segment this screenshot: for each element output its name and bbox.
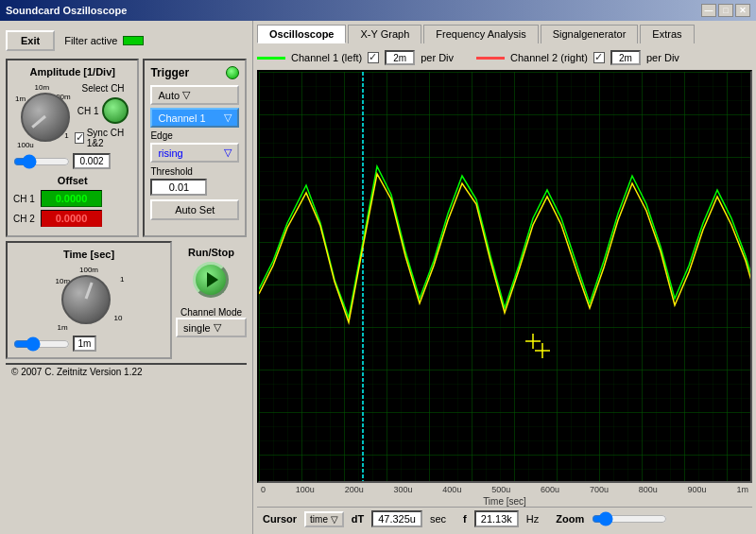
amp-slider-value: 0.002 [73,153,111,169]
amp-label-1: 1 [64,131,68,140]
time-slider[interactable] [13,337,70,351]
tab-frequency-analysis[interactable]: Frequency Analysis [423,25,538,43]
amp-label-100u: 100u [17,141,34,149]
time-knob-area: 100m 1 10 1m 10m [54,266,125,332]
ch2-per-div-label: per Div [646,52,679,63]
left-panel: Exit Filter active Amplitude [1/Div] 10m… [0,21,253,534]
title-bar: Soundcard Oszilloscope — □ ✕ [0,0,756,21]
exit-button[interactable]: Exit [6,30,55,51]
ch1-display-check[interactable] [368,52,379,63]
run-stop-section: Run/Stop [188,247,234,298]
dt-label: dT [352,513,364,525]
ch2-offset-row: CH 2 0.0000 [13,210,131,227]
cursor-type-dropdown[interactable]: time ▽ [304,511,344,527]
window-controls: — □ ✕ [701,4,750,17]
ch1-per-div-label: per Div [421,52,454,63]
trigger-led [226,66,239,79]
time-label-1: 1 [120,275,124,284]
xaxis-100u: 100u [296,485,315,494]
scope-grid-svg [259,72,750,481]
cursor-type-value: time [310,514,328,525]
minimize-button[interactable]: — [701,4,716,17]
tab-extras[interactable]: Extras [640,25,694,43]
copyright: © 2007 C. Zeitnitz Version 1.22 [6,363,247,379]
run-stop-button[interactable] [193,262,229,298]
zoom-label: Zoom [556,513,584,525]
tab-signalgenerator[interactable]: Signalgenerator [541,25,639,43]
channel-mode-dropdown[interactable]: single ▽ [176,318,247,337]
time-runstop-row: Time [sec] 100m 1 10 1m 10m 1m [6,241,247,359]
trigger-edge-button[interactable]: rising ▽ [150,143,239,163]
middle-section: Amplitude [1/Div] 10m 100m 1 100u 1m [6,59,247,237]
edge-label: Edge [150,130,239,141]
f-value: 21.13k [474,510,519,527]
trigger-channel-label: Channel 1 [158,112,205,124]
channel-controls: Channel 1 (left) per Div Channel 2 (righ… [257,47,752,68]
ch1-knob[interactable] [102,97,129,124]
trigger-header: Trigger [150,66,239,79]
time-knob[interactable] [61,275,111,324]
copyright-text: © 2007 C. Zeitnitz Version 1.22 [11,367,143,377]
channel-mode-arrow: ▽ [214,321,221,334]
ch1-offset-input[interactable]: 0.0000 [41,190,102,207]
tab-xy-graph[interactable]: X-Y Graph [348,25,421,43]
xaxis-600u: 600u [541,485,559,494]
trigger-channel-button[interactable]: Channel 1 ▽ [150,108,239,128]
offset-title: Offset [13,175,131,186]
close-button[interactable]: ✕ [735,4,750,17]
amplitude-knob[interactable] [21,93,70,142]
zoom-slider[interactable] [592,512,667,525]
amplitude-knob-area: 10m 100m 1 100u 1m [13,83,71,149]
auto-set-button[interactable]: Auto Set [150,199,239,220]
ch2-offset-input[interactable]: 0.0000 [41,210,102,227]
app-title: Soundcard Oszilloscope [6,5,127,16]
xaxis-400u: 400u [442,485,461,494]
ch2-display-label: Channel 2 (right) [510,52,588,63]
play-icon [207,272,218,287]
x-axis-labels: 0 100u 200u 300u 400u 500u 600u 700u 800… [257,483,752,496]
right-panel: Oscilloscope X-Y Graph Frequency Analysi… [253,21,756,534]
filter-led [123,36,144,45]
threshold-input[interactable] [150,179,207,196]
x-axis-title: Time [sec] [257,496,752,507]
ch2-line-indicator [476,57,505,60]
xaxis-300u: 300u [394,485,413,494]
f-unit: Hz [526,513,539,525]
cursor-bar: Cursor time ▽ dT 47.325u sec f 21.13k Hz… [257,507,752,530]
ch1-offset-row: CH 1 0.0000 [13,190,131,207]
runstop-area: Run/Stop Channel Mode single ▽ [176,241,247,340]
tab-oscilloscope[interactable]: Oscilloscope [257,25,346,43]
channel-mode-label: Channel Mode [176,307,247,318]
ch1-display-label: Channel 1 (left) [291,52,362,63]
cursor-type-arrow: ▽ [331,514,338,525]
ch2-per-div-input[interactable] [610,50,641,65]
ch1-offset-label: CH 1 [13,194,37,204]
time-label-100m: 100m [79,266,98,274]
xaxis-200u: 200u [345,485,364,494]
scope-screen [257,70,752,483]
sync-checkbox-area[interactable]: Sync CH 1&2 [75,128,132,148]
amplitude-title: Amplitude [1/Div] [13,66,131,78]
amp-slider[interactable] [13,155,70,168]
amplitude-section: Amplitude [1/Div] 10m 100m 1 100u 1m [6,59,139,237]
ch1-line-indicator [257,57,285,60]
xaxis-900u: 900u [688,485,707,494]
ch1-per-div-input[interactable] [385,50,415,65]
sync-check[interactable] [75,132,84,144]
dt-unit: sec [430,513,446,525]
filter-label: Filter active [64,35,117,46]
trigger-channel-arrow: ▽ [224,112,232,124]
trigger-section: Trigger Auto ▽ Channel 1 ▽ Edge rising ▽ [143,59,247,237]
amp-label-1m: 1m [15,95,26,103]
cursor-label: Cursor [263,513,297,525]
xaxis-1m: 1m [736,485,748,494]
run-stop-label: Run/Stop [188,247,234,258]
ch2-offset-label: CH 2 [13,214,37,224]
trigger-mode-arrow: ▽ [182,89,190,101]
main-container: Exit Filter active Amplitude [1/Div] 10m… [0,21,756,534]
maximize-button[interactable]: □ [718,4,733,17]
time-slider-row: 1m [13,336,164,352]
ch2-display-check[interactable] [593,52,605,63]
trigger-mode-button[interactable]: Auto ▽ [150,85,239,105]
ch1-selector: CH 1 [77,97,129,124]
